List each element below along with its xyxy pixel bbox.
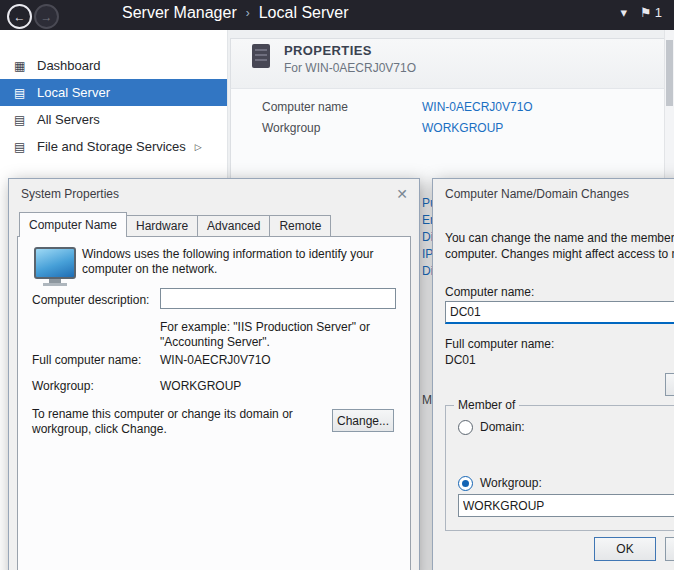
close-icon: ✕ (396, 186, 408, 202)
domain-radio-label[interactable]: Domain: (480, 420, 525, 435)
ok-button[interactable]: OK (594, 537, 656, 561)
dialog-intro-line2: computer. Changes might affect access to… (445, 247, 674, 262)
monitor-icon-base (43, 283, 67, 286)
sidebar-item-label: File and Storage Services (37, 139, 186, 154)
tab-advanced[interactable]: Advanced (197, 215, 270, 237)
dialog-title: System Properties (21, 187, 119, 201)
chevron-right-icon: ▷ (195, 142, 202, 152)
titlebar-actions: ▾ ⚑ 1 (621, 5, 662, 20)
rename-hint-text: To rename this computer or change its do… (32, 407, 322, 437)
server-icon: ▤ (14, 140, 37, 154)
title-bar: ← → Server Manager › Local Server ▾ ⚑ 1 (0, 0, 674, 30)
member-of-legend: Member of (454, 398, 519, 412)
workgroup-radio[interactable] (458, 476, 473, 491)
full-computer-name-value: DC01 (445, 353, 476, 368)
domain-radio[interactable] (458, 420, 473, 435)
dialog-title: Computer Name/Domain Changes (445, 187, 629, 201)
property-value-workgroup[interactable]: WORKGROUP (422, 121, 503, 135)
dashboard-icon: ▦ (14, 59, 37, 73)
tab-intro-text: Windows uses the following information t… (82, 247, 408, 277)
forward-icon: → (41, 10, 53, 24)
breadcrumb: Server Manager › Local Server (122, 4, 349, 22)
change-button[interactable]: Change... (332, 409, 394, 432)
sidebar-item-label: Dashboard (37, 58, 101, 73)
computer-name-domain-changes-dialog: Computer Name/Domain Changes You can cha… (432, 178, 674, 570)
tab-remote[interactable]: Remote (269, 215, 331, 237)
close-button[interactable]: ✕ (392, 184, 412, 204)
computer-name-label: Computer name: (445, 285, 534, 300)
monitor-icon (34, 247, 76, 279)
sidebar-item-dashboard[interactable]: ▦ Dashboard (0, 52, 227, 79)
forward-button[interactable]: → (34, 4, 59, 29)
breadcrumb-local-server[interactable]: Local Server (259, 4, 349, 22)
member-of-group: Member of Domain: Workgroup: (445, 405, 674, 531)
tab-strip: Computer Name Hardware Advanced Remote (19, 212, 330, 237)
workgroup-value: WORKGROUP (160, 379, 241, 394)
property-label-computer-name: Computer name (262, 100, 348, 114)
tab-hardware[interactable]: Hardware (126, 215, 198, 237)
caret-down-icon[interactable]: ▾ (621, 5, 628, 20)
workgroup-radio-label[interactable]: Workgroup: (480, 476, 542, 491)
workgroup-input[interactable] (458, 494, 674, 517)
properties-server-icon (252, 44, 270, 68)
server-manager-window: ← → Server Manager › Local Server ▾ ⚑ 1 … (0, 0, 674, 570)
back-button[interactable]: ← (7, 4, 32, 29)
dialog-intro-line1: You can change the name and the membersh… (445, 231, 674, 246)
workgroup-label: Workgroup: (32, 379, 94, 394)
property-value-computer-name[interactable]: WIN-0AECRJ0V71O (422, 100, 533, 114)
clipped-cancel-button[interactable] (665, 537, 674, 561)
notifications-flag-button[interactable]: ⚑ 1 (640, 5, 662, 20)
system-properties-dialog: System Properties ✕ Computer Name Hardwa… (8, 178, 420, 570)
sidebar-item-label: Local Server (37, 85, 110, 100)
clipped-more-button[interactable] (665, 373, 674, 396)
scrollbar-thumb[interactable] (666, 40, 673, 106)
sidebar-item-label: All Servers (37, 112, 100, 127)
notification-count: 1 (655, 5, 662, 20)
description-example-text: For example: "IIS Production Server" or … (160, 320, 392, 350)
sidebar-item-local-server[interactable]: ▤ Local Server (0, 79, 227, 106)
back-icon: ← (14, 10, 26, 24)
sidebar-item-all-servers[interactable]: ▤ All Servers (0, 106, 227, 133)
breadcrumb-separator-icon: › (246, 6, 250, 20)
computer-name-input[interactable] (445, 301, 674, 324)
property-label-workgroup: Workgroup (262, 121, 320, 135)
breadcrumb-server-manager[interactable]: Server Manager (122, 4, 237, 22)
full-computer-name-label: Full computer name: (32, 353, 141, 368)
computer-name-tab-page: Windows uses the following information t… (17, 236, 411, 570)
full-computer-name-label: Full computer name: (445, 337, 554, 352)
flag-icon: ⚑ (640, 5, 652, 20)
computer-description-input[interactable] (160, 288, 396, 309)
properties-subheading: For WIN-0AECRJ0V71O (284, 61, 416, 75)
server-icon: ▤ (14, 113, 37, 127)
sidebar-item-file-storage-services[interactable]: ▤ File and Storage Services ▷ (0, 133, 227, 160)
tab-computer-name[interactable]: Computer Name (19, 212, 127, 237)
full-computer-name-value: WIN-0AECRJ0V71O (160, 353, 271, 368)
computer-description-label: Computer description: (32, 293, 149, 308)
properties-heading: PROPERTIES (284, 43, 372, 58)
clipped-text: M (422, 393, 432, 407)
server-icon: ▤ (14, 86, 37, 100)
